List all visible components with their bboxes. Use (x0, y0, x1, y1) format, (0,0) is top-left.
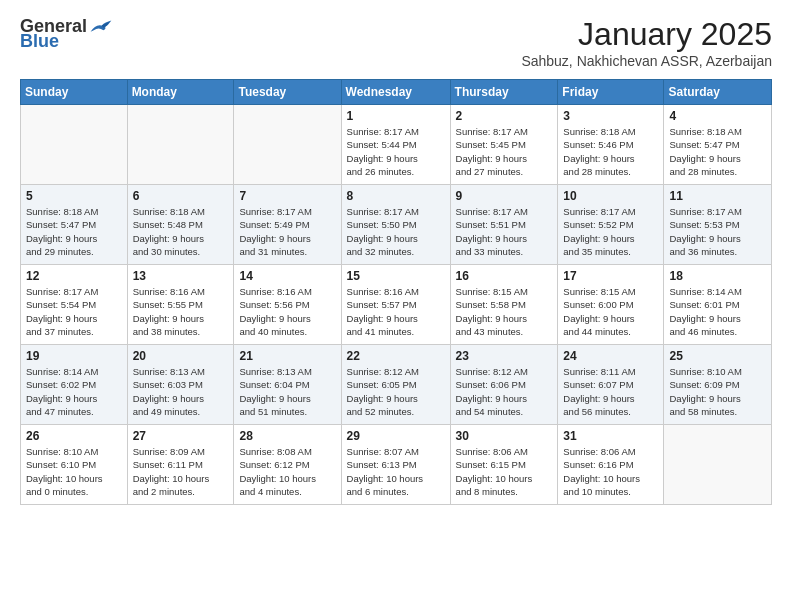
calendar-week-row: 12Sunrise: 8:17 AM Sunset: 5:54 PM Dayli… (21, 265, 772, 345)
day-info: Sunrise: 8:14 AM Sunset: 6:02 PM Dayligh… (26, 365, 122, 418)
weekday-header-monday: Monday (127, 80, 234, 105)
day-info: Sunrise: 8:10 AM Sunset: 6:09 PM Dayligh… (669, 365, 766, 418)
calendar-cell: 21Sunrise: 8:13 AM Sunset: 6:04 PM Dayli… (234, 345, 341, 425)
calendar-cell: 19Sunrise: 8:14 AM Sunset: 6:02 PM Dayli… (21, 345, 128, 425)
logo: General Blue (20, 16, 113, 52)
day-number: 3 (563, 109, 658, 123)
calendar-cell: 31Sunrise: 8:06 AM Sunset: 6:16 PM Dayli… (558, 425, 664, 505)
calendar-week-row: 26Sunrise: 8:10 AM Sunset: 6:10 PM Dayli… (21, 425, 772, 505)
calendar-cell (234, 105, 341, 185)
calendar-cell: 29Sunrise: 8:07 AM Sunset: 6:13 PM Dayli… (341, 425, 450, 505)
day-number: 8 (347, 189, 445, 203)
calendar-cell: 28Sunrise: 8:08 AM Sunset: 6:12 PM Dayli… (234, 425, 341, 505)
day-info: Sunrise: 8:15 AM Sunset: 6:00 PM Dayligh… (563, 285, 658, 338)
day-info: Sunrise: 8:10 AM Sunset: 6:10 PM Dayligh… (26, 445, 122, 498)
day-info: Sunrise: 8:18 AM Sunset: 5:47 PM Dayligh… (669, 125, 766, 178)
day-info: Sunrise: 8:17 AM Sunset: 5:51 PM Dayligh… (456, 205, 553, 258)
day-number: 18 (669, 269, 766, 283)
day-info: Sunrise: 8:12 AM Sunset: 6:06 PM Dayligh… (456, 365, 553, 418)
day-info: Sunrise: 8:17 AM Sunset: 5:52 PM Dayligh… (563, 205, 658, 258)
day-number: 29 (347, 429, 445, 443)
weekday-header-tuesday: Tuesday (234, 80, 341, 105)
calendar-cell (127, 105, 234, 185)
day-number: 22 (347, 349, 445, 363)
calendar-table: SundayMondayTuesdayWednesdayThursdayFrid… (20, 79, 772, 505)
calendar-cell: 1Sunrise: 8:17 AM Sunset: 5:44 PM Daylig… (341, 105, 450, 185)
weekday-header-friday: Friday (558, 80, 664, 105)
day-number: 21 (239, 349, 335, 363)
location-subtitle: Sahbuz, Nakhichevan ASSR, Azerbaijan (521, 53, 772, 69)
weekday-header-sunday: Sunday (21, 80, 128, 105)
weekday-header-thursday: Thursday (450, 80, 558, 105)
logo-bird-icon (89, 17, 113, 37)
calendar-cell: 6Sunrise: 8:18 AM Sunset: 5:48 PM Daylig… (127, 185, 234, 265)
day-number: 16 (456, 269, 553, 283)
header: General Blue January 2025 Sahbuz, Nakhic… (20, 16, 772, 69)
calendar-cell: 8Sunrise: 8:17 AM Sunset: 5:50 PM Daylig… (341, 185, 450, 265)
day-number: 10 (563, 189, 658, 203)
calendar-header-row: SundayMondayTuesdayWednesdayThursdayFrid… (21, 80, 772, 105)
day-number: 23 (456, 349, 553, 363)
day-info: Sunrise: 8:17 AM Sunset: 5:50 PM Dayligh… (347, 205, 445, 258)
day-number: 13 (133, 269, 229, 283)
calendar-cell (21, 105, 128, 185)
day-info: Sunrise: 8:13 AM Sunset: 6:04 PM Dayligh… (239, 365, 335, 418)
weekday-header-saturday: Saturday (664, 80, 772, 105)
day-number: 4 (669, 109, 766, 123)
day-info: Sunrise: 8:17 AM Sunset: 5:44 PM Dayligh… (347, 125, 445, 178)
day-number: 30 (456, 429, 553, 443)
calendar-cell: 10Sunrise: 8:17 AM Sunset: 5:52 PM Dayli… (558, 185, 664, 265)
day-info: Sunrise: 8:08 AM Sunset: 6:12 PM Dayligh… (239, 445, 335, 498)
day-number: 24 (563, 349, 658, 363)
day-number: 2 (456, 109, 553, 123)
calendar-week-row: 19Sunrise: 8:14 AM Sunset: 6:02 PM Dayli… (21, 345, 772, 425)
day-info: Sunrise: 8:06 AM Sunset: 6:15 PM Dayligh… (456, 445, 553, 498)
calendar-cell: 18Sunrise: 8:14 AM Sunset: 6:01 PM Dayli… (664, 265, 772, 345)
day-number: 27 (133, 429, 229, 443)
calendar-week-row: 5Sunrise: 8:18 AM Sunset: 5:47 PM Daylig… (21, 185, 772, 265)
day-number: 25 (669, 349, 766, 363)
calendar-cell: 25Sunrise: 8:10 AM Sunset: 6:09 PM Dayli… (664, 345, 772, 425)
day-info: Sunrise: 8:16 AM Sunset: 5:56 PM Dayligh… (239, 285, 335, 338)
day-info: Sunrise: 8:18 AM Sunset: 5:47 PM Dayligh… (26, 205, 122, 258)
day-number: 6 (133, 189, 229, 203)
day-number: 15 (347, 269, 445, 283)
calendar-cell: 27Sunrise: 8:09 AM Sunset: 6:11 PM Dayli… (127, 425, 234, 505)
day-info: Sunrise: 8:07 AM Sunset: 6:13 PM Dayligh… (347, 445, 445, 498)
day-number: 7 (239, 189, 335, 203)
day-info: Sunrise: 8:17 AM Sunset: 5:53 PM Dayligh… (669, 205, 766, 258)
day-info: Sunrise: 8:16 AM Sunset: 5:57 PM Dayligh… (347, 285, 445, 338)
day-number: 1 (347, 109, 445, 123)
calendar-cell: 17Sunrise: 8:15 AM Sunset: 6:00 PM Dayli… (558, 265, 664, 345)
weekday-header-wednesday: Wednesday (341, 80, 450, 105)
day-info: Sunrise: 8:18 AM Sunset: 5:48 PM Dayligh… (133, 205, 229, 258)
day-info: Sunrise: 8:11 AM Sunset: 6:07 PM Dayligh… (563, 365, 658, 418)
calendar-cell: 15Sunrise: 8:16 AM Sunset: 5:57 PM Dayli… (341, 265, 450, 345)
calendar-cell: 4Sunrise: 8:18 AM Sunset: 5:47 PM Daylig… (664, 105, 772, 185)
day-info: Sunrise: 8:18 AM Sunset: 5:46 PM Dayligh… (563, 125, 658, 178)
day-number: 20 (133, 349, 229, 363)
calendar-cell: 20Sunrise: 8:13 AM Sunset: 6:03 PM Dayli… (127, 345, 234, 425)
calendar-cell: 5Sunrise: 8:18 AM Sunset: 5:47 PM Daylig… (21, 185, 128, 265)
day-info: Sunrise: 8:15 AM Sunset: 5:58 PM Dayligh… (456, 285, 553, 338)
logo-blue-text: Blue (20, 31, 59, 52)
day-number: 12 (26, 269, 122, 283)
day-number: 19 (26, 349, 122, 363)
calendar-cell: 11Sunrise: 8:17 AM Sunset: 5:53 PM Dayli… (664, 185, 772, 265)
day-number: 14 (239, 269, 335, 283)
page: General Blue January 2025 Sahbuz, Nakhic… (0, 0, 792, 612)
calendar-cell: 30Sunrise: 8:06 AM Sunset: 6:15 PM Dayli… (450, 425, 558, 505)
calendar-cell: 9Sunrise: 8:17 AM Sunset: 5:51 PM Daylig… (450, 185, 558, 265)
day-info: Sunrise: 8:17 AM Sunset: 5:45 PM Dayligh… (456, 125, 553, 178)
calendar-cell: 23Sunrise: 8:12 AM Sunset: 6:06 PM Dayli… (450, 345, 558, 425)
calendar-cell: 3Sunrise: 8:18 AM Sunset: 5:46 PM Daylig… (558, 105, 664, 185)
day-number: 17 (563, 269, 658, 283)
month-title: January 2025 (521, 16, 772, 53)
day-info: Sunrise: 8:14 AM Sunset: 6:01 PM Dayligh… (669, 285, 766, 338)
day-info: Sunrise: 8:06 AM Sunset: 6:16 PM Dayligh… (563, 445, 658, 498)
calendar-cell: 14Sunrise: 8:16 AM Sunset: 5:56 PM Dayli… (234, 265, 341, 345)
day-info: Sunrise: 8:12 AM Sunset: 6:05 PM Dayligh… (347, 365, 445, 418)
day-number: 26 (26, 429, 122, 443)
day-info: Sunrise: 8:16 AM Sunset: 5:55 PM Dayligh… (133, 285, 229, 338)
day-info: Sunrise: 8:17 AM Sunset: 5:54 PM Dayligh… (26, 285, 122, 338)
